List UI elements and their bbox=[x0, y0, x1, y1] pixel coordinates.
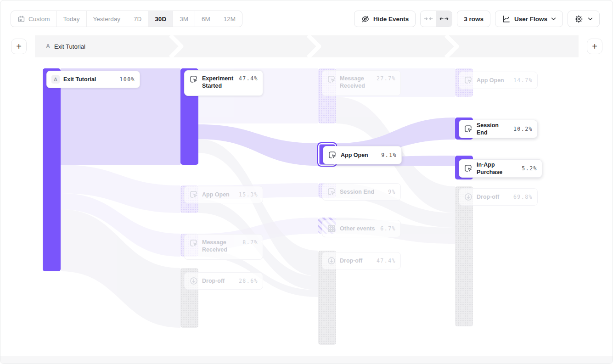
event-icon bbox=[464, 76, 473, 85]
node-label: Drop-off bbox=[477, 193, 499, 201]
node-card-session-end-4[interactable]: Session End 10.2% bbox=[459, 120, 538, 138]
event-icon bbox=[464, 164, 473, 173]
node-card-drop-off-4[interactable]: Drop-off 69.8% bbox=[459, 188, 538, 206]
drop-off-icon bbox=[189, 276, 198, 286]
user-flows-panel: Custom Today Yesterday 7D 30D 3M 6M 12M … bbox=[0, 0, 613, 364]
node-percent: 47.4% bbox=[377, 258, 396, 264]
node-card-app-open-2[interactable]: App Open 15.3% bbox=[184, 186, 263, 203]
node-card-in-app-purchase-4[interactable]: In-App Purchase 5.2% bbox=[459, 159, 542, 178]
horizontal-scrollbar-track[interactable] bbox=[0, 356, 613, 364]
node-percent: 28.6% bbox=[239, 278, 258, 284]
node-card-message-received-3[interactable]: Message Received 27.7% bbox=[322, 70, 401, 96]
grid-icon bbox=[327, 224, 336, 233]
node-label: App Open bbox=[477, 77, 504, 84]
node-card-exit-tutorial[interactable]: A Exit Tutorial 100% bbox=[46, 71, 140, 88]
node-percent: 15.3% bbox=[239, 191, 258, 198]
node-percent: 47.4% bbox=[239, 75, 258, 82]
node-label: Session End bbox=[340, 188, 374, 196]
node-bar-exit-tutorial[interactable] bbox=[43, 68, 61, 271]
node-percent: 8.7% bbox=[242, 239, 258, 246]
node-label: App Open bbox=[341, 151, 368, 159]
event-icon bbox=[189, 75, 198, 84]
node-label: Exit Tutorial bbox=[63, 76, 96, 83]
node-card-session-end-3[interactable]: Session End 9% bbox=[322, 183, 401, 201]
node-card-app-open-3-selected[interactable]: App Open 9.1% bbox=[323, 146, 402, 164]
event-icon bbox=[327, 187, 336, 196]
event-icon bbox=[189, 239, 198, 248]
node-card-other-events-3[interactable]: Other events 6.7% bbox=[322, 220, 401, 237]
node-percent: 100% bbox=[119, 76, 135, 83]
node-label: Other events bbox=[340, 225, 375, 232]
node-label: Session End bbox=[477, 122, 510, 137]
node-card-drop-off-2[interactable]: Drop-off 28.6% bbox=[184, 272, 263, 290]
node-label: Experiment Started bbox=[202, 75, 235, 90]
sankey-links-layer bbox=[0, 0, 613, 364]
node-card-message-received-2[interactable]: Message Received 8.7% bbox=[184, 234, 263, 260]
node-label: Drop-off bbox=[340, 257, 362, 264]
node-label: Message Received bbox=[202, 239, 237, 254]
node-label: Drop-off bbox=[202, 277, 225, 285]
node-card-experiment-started[interactable]: Experiment Started 47.4% bbox=[184, 70, 263, 96]
node-label: In-App Purchase bbox=[477, 161, 518, 176]
drop-off-icon bbox=[464, 192, 473, 202]
node-percent: 14.7% bbox=[513, 77, 533, 84]
event-icon bbox=[328, 151, 337, 160]
node-card-drop-off-3[interactable]: Drop-off 47.4% bbox=[322, 252, 401, 269]
node-percent: 5.2% bbox=[522, 165, 537, 172]
node-percent: 27.7% bbox=[377, 75, 396, 82]
node-bar-drop-off-4[interactable] bbox=[455, 186, 473, 326]
node-card-app-open-4[interactable]: App Open 14.7% bbox=[459, 72, 538, 89]
node-label: App Open bbox=[202, 191, 230, 198]
step-a-badge: A bbox=[51, 75, 60, 84]
node-percent: 9% bbox=[388, 189, 396, 195]
node-percent: 10.2% bbox=[513, 126, 533, 132]
node-percent: 69.8% bbox=[513, 194, 533, 200]
node-percent: 9.1% bbox=[381, 152, 397, 158]
node-percent: 6.7% bbox=[380, 225, 396, 232]
event-icon bbox=[327, 75, 336, 84]
event-icon bbox=[464, 124, 473, 134]
event-icon bbox=[189, 190, 198, 199]
drop-off-icon bbox=[327, 256, 336, 265]
node-label: Message Received bbox=[340, 75, 373, 90]
